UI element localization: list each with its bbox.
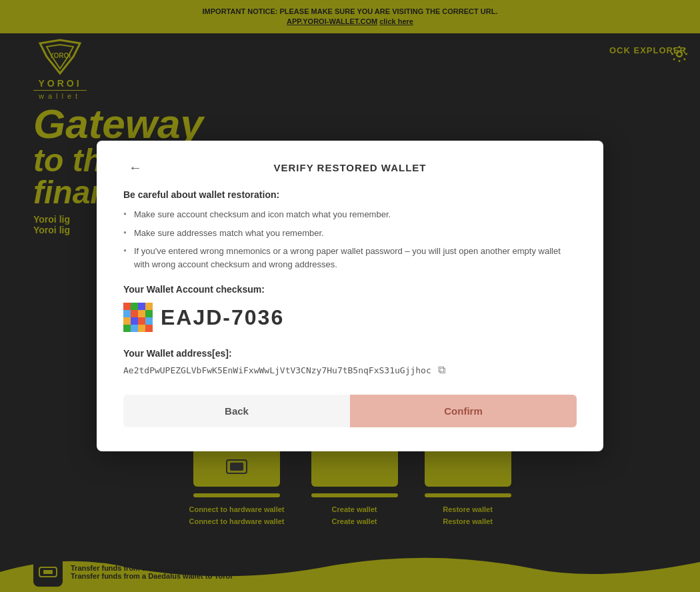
- svg-rect-17: [131, 317, 138, 325]
- modal-header: ← VERIFY RESTORED WALLET: [123, 162, 577, 173]
- modal-title: VERIFY RESTORED WALLET: [274, 162, 427, 173]
- svg-rect-22: [138, 325, 145, 332]
- modal: ← VERIFY RESTORED WALLET Be careful abou…: [97, 141, 603, 451]
- svg-rect-23: [145, 325, 153, 332]
- svg-rect-21: [131, 325, 138, 332]
- modal-back-icon-btn[interactable]: ←: [123, 157, 147, 178]
- checksum-value: EAJD-7036: [123, 303, 577, 332]
- svg-rect-12: [123, 310, 131, 317]
- svg-rect-14: [138, 310, 145, 317]
- modal-bullet-1: Make sure account checksum and icon matc…: [123, 208, 577, 221]
- confirm-button[interactable]: Confirm: [350, 395, 577, 427]
- checksum-code: EAJD-7036: [161, 305, 284, 330]
- back-arrow-icon: ←: [129, 160, 142, 175]
- svg-rect-16: [123, 317, 131, 325]
- svg-rect-10: [138, 303, 145, 310]
- back-button[interactable]: Back: [123, 395, 350, 427]
- svg-rect-9: [131, 303, 138, 310]
- modal-actions: Back Confirm: [123, 395, 577, 427]
- address-text: Ae2tdPwUPEZGLVbFwK5EnWiFxwWwLjVtV3CNzy7H…: [123, 365, 431, 375]
- modal-overlay: ← VERIFY RESTORED WALLET Be careful abou…: [0, 0, 700, 592]
- checksum-icon: [123, 303, 153, 332]
- modal-warning-title: Be careful about wallet restoration:: [123, 189, 577, 200]
- svg-rect-13: [131, 310, 138, 317]
- address-value: Ae2tdPwUPEZGLVbFwK5EnWiFxwWwLjVtV3CNzy7H…: [123, 364, 577, 376]
- svg-rect-15: [145, 310, 153, 317]
- svg-rect-8: [123, 303, 131, 310]
- modal-bullets: Make sure account checksum and icon matc…: [123, 208, 577, 271]
- modal-bullet-3: If you've entered wrong mnemonics or a w…: [123, 245, 577, 271]
- address-label: Your Wallet address[es]:: [123, 348, 577, 359]
- copy-icon[interactable]: ⧉: [438, 364, 445, 376]
- svg-rect-19: [145, 317, 153, 325]
- svg-rect-20: [123, 325, 131, 332]
- checksum-label: Your Wallet Account checksum:: [123, 284, 577, 295]
- modal-bullet-2: Make sure addresses match what you remem…: [123, 227, 577, 240]
- svg-rect-11: [145, 303, 153, 310]
- svg-rect-18: [138, 317, 145, 325]
